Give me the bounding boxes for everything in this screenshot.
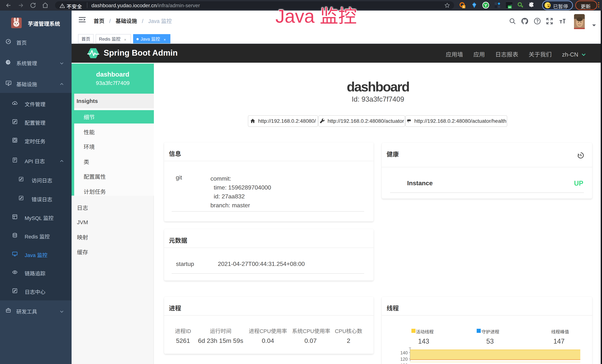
svg-text:on: on	[508, 6, 511, 9]
svg-text:1: 1	[463, 5, 464, 8]
